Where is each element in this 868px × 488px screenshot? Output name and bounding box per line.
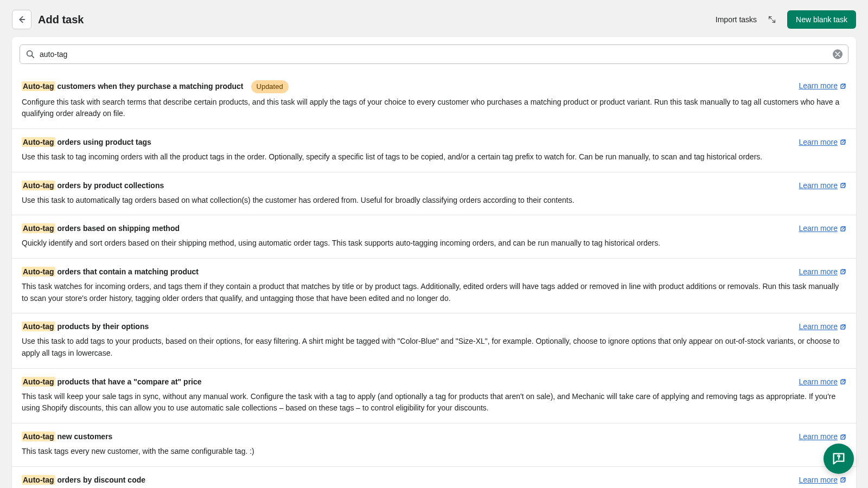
task-result[interactable]: Auto-tag products by their optionsLearn … [12,313,856,368]
task-result[interactable]: Auto-tag orders based on shipping method… [12,215,856,258]
task-library-card: Auto-tag customers when they purchase a … [12,37,856,488]
task-title: Auto-tag orders based on shipping method [22,223,790,234]
learn-more-link[interactable]: Learn more [799,431,846,442]
external-link-icon [840,434,846,440]
expand-icon [767,15,777,24]
external-link-icon [840,477,846,483]
task-title: Auto-tag products by their options [22,321,790,332]
task-description: Use this task to tag incoming orders wit… [22,151,846,163]
highlight: Auto-tag [22,181,55,190]
new-blank-task-button[interactable]: New blank task [787,10,856,29]
search-icon [25,49,35,59]
task-description: Use this task to add tags to your produc… [22,336,846,359]
task-description: This task tags every new customer, with … [22,446,846,458]
task-description: Configure this task with search terms th… [22,97,846,120]
task-result[interactable]: Auto-tag orders that contain a matching … [12,258,856,313]
highlight: Auto-tag [22,267,55,277]
highlight: Auto-tag [22,137,55,147]
updated-badge: Updated [251,80,289,93]
chat-icon [831,451,846,466]
svg-point-2 [838,459,839,460]
task-title: Auto-tag customers when they purchase a … [22,80,790,93]
clear-search-button[interactable] [833,49,843,59]
back-button[interactable] [12,10,31,29]
external-link-icon [840,324,846,330]
page-title: Add task [38,11,84,28]
highlight: Auto-tag [22,432,55,441]
task-title: Auto-tag new customers [22,431,790,442]
import-tasks-link[interactable]: Import tasks [716,14,757,25]
task-title: Auto-tag orders that contain a matching … [22,266,790,278]
highlight: Auto-tag [22,223,55,233]
learn-more-link[interactable]: Learn more [799,321,846,332]
learn-more-link[interactable]: Learn more [799,266,846,278]
external-link-icon [840,182,846,189]
highlight: Auto-tag [22,81,55,91]
learn-more-link[interactable]: Learn more [799,376,846,388]
page-header: Add task Import tasks New blank task [0,0,868,37]
search-box[interactable] [20,44,848,64]
task-description: This task will keep your sale tags in sy… [22,391,846,414]
task-title: Auto-tag orders using product tags [22,137,790,148]
external-link-icon [840,139,846,145]
expand-button[interactable] [767,14,777,25]
task-result[interactable]: Auto-tag orders by product collectionsLe… [12,172,856,215]
task-description: Use this task to automatically tag order… [22,195,846,207]
task-result[interactable]: Auto-tag products that have a "compare a… [12,368,856,423]
external-link-icon [840,226,846,232]
learn-more-link[interactable]: Learn more [799,474,846,486]
arrow-left-icon [17,15,27,24]
learn-more-link[interactable]: Learn more [799,223,846,234]
task-title: Auto-tag products that have a "compare a… [22,376,790,388]
close-icon [835,52,840,57]
learn-more-link[interactable]: Learn more [799,80,846,92]
learn-more-link[interactable]: Learn more [799,137,846,148]
external-link-icon [840,268,846,275]
header-actions: Import tasks New blank task [716,10,856,29]
search-input[interactable] [40,50,833,59]
learn-more-link[interactable]: Learn more [799,180,846,191]
task-description: Quickly identify and sort orders based o… [22,237,846,249]
task-title: Auto-tag orders by product collections [22,180,790,191]
results-list: Auto-tag customers when they purchase a … [12,73,856,488]
external-link-icon [840,378,846,385]
task-result[interactable]: Auto-tag new customersLearn moreThis tas… [12,423,856,466]
task-result[interactable]: Auto-tag customers when they purchase a … [12,73,856,129]
highlight: Auto-tag [22,475,55,485]
highlight: Auto-tag [22,322,55,331]
external-link-icon [840,83,846,89]
task-result[interactable]: Auto-tag orders using product tagsLearn … [12,129,856,172]
chat-fab[interactable] [824,444,854,474]
task-description: This task watches for incoming orders, a… [22,281,846,304]
highlight: Auto-tag [22,377,55,387]
task-result[interactable]: Auto-tag orders by discount codeLearn mo… [12,466,856,488]
task-title: Auto-tag orders by discount code [22,474,790,486]
